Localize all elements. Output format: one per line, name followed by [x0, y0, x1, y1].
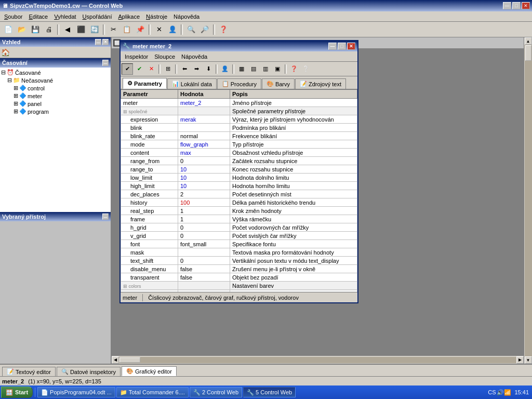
table-cell-value[interactable]: font_small — [178, 240, 230, 248]
table-cell-value[interactable]: 0 — [178, 257, 230, 265]
table-row[interactable]: range_from — [121, 157, 178, 165]
inspector-menu-napoveda[interactable]: Nápověda — [178, 52, 210, 61]
scroll-left-btn[interactable]: ◀ — [112, 356, 119, 364]
tree-necasovane[interactable]: ⊟ 📁 Nečasované — [1, 76, 110, 84]
table-cell-value[interactable]: flow_graph — [178, 140, 230, 149]
tree-panel[interactable]: ⊞ 🔷 panel — [1, 100, 110, 108]
table-row[interactable]: text_shift — [121, 257, 178, 265]
table-cell-value[interactable]: 1 — [178, 215, 230, 223]
tab-barvy[interactable]: 🎨 Barvy — [262, 78, 295, 89]
cut-button[interactable]: ✂ — [107, 24, 119, 35]
table-cell-value[interactable]: 10 — [178, 165, 230, 174]
taskbar-btn-popis[interactable]: 📄 PopisProgramu04.odt ... — [37, 387, 115, 397]
table-cell-value[interactable]: 100 — [178, 198, 230, 207]
insp-tb-table4[interactable]: ▣ — [272, 63, 283, 75]
search-button[interactable]: 🔍 — [185, 24, 197, 35]
table-row[interactable]: range_to — [121, 165, 178, 174]
table-cell-value[interactable] — [178, 248, 230, 257]
insp-tb-help2[interactable]: ❔ — [300, 63, 312, 75]
table-row[interactable]: blink_rate — [121, 132, 178, 140]
scroll-thumb[interactable] — [525, 45, 531, 61]
tree-meter[interactable]: ⊞ 🔷 meter — [1, 92, 110, 100]
inspector-menu-sloupce[interactable]: Sloupce — [151, 52, 178, 61]
tree-casovane[interactable]: ⊟ ⏰ Časované — [1, 69, 110, 76]
table-cell-value[interactable] — [178, 282, 230, 290]
forward-button[interactable]: ⬛ — [75, 24, 87, 35]
refresh-button[interactable]: 🔄 — [88, 24, 101, 35]
insp-tb-left[interactable]: ⬅ — [179, 63, 190, 75]
search2-button[interactable]: 🔎 — [198, 24, 211, 35]
inspector-menu-inspektor[interactable]: Inspektor — [122, 52, 151, 61]
table-row[interactable]: ⊞ společné — [121, 107, 178, 115]
tab-procedury[interactable]: 📋 Procedury — [217, 78, 261, 89]
scroll-up-btn[interactable]: ▲ — [525, 37, 532, 45]
open-button[interactable]: 📂 — [16, 24, 28, 35]
table-row[interactable]: mask — [121, 248, 178, 257]
table-row[interactable]: dec_places — [121, 190, 178, 198]
table-row[interactable]: frame — [121, 215, 178, 223]
print-button[interactable]: 🖨 — [43, 24, 55, 35]
insp-tb-table3[interactable]: ▥ — [260, 63, 271, 75]
scroll-down-btn[interactable]: ▼ — [525, 356, 532, 364]
table-cell-value[interactable]: normal — [178, 132, 230, 140]
table-row[interactable]: ⊞ colors — [121, 282, 178, 290]
table-row[interactable]: h_grid — [121, 223, 178, 232]
delete-button[interactable]: ✕ — [153, 24, 165, 35]
paste-button[interactable]: 📌 — [134, 24, 147, 35]
minimize-button[interactable]: — — [503, 2, 511, 9]
table-row[interactable]: high_limit — [121, 182, 178, 190]
insp-tb-x[interactable]: ✕ — [145, 63, 157, 75]
taskbar-btn-commander[interactable]: 📁 Total Commander 6.... — [116, 387, 189, 397]
tab-zdrojovy-text[interactable]: 📝 Zdrojový text — [295, 78, 346, 89]
table-cell-value[interactable]: false — [178, 273, 230, 282]
vzhled-minimize-btn[interactable]: — — [95, 39, 101, 45]
menu-aplikace[interactable]: Aplikace — [115, 12, 143, 21]
insp-tb-check2[interactable]: ✔ — [134, 63, 145, 75]
inspector-minimize-btn[interactable]: — — [328, 43, 337, 50]
table-row[interactable]: real_step — [121, 207, 178, 215]
table-row[interactable]: blink — [121, 124, 178, 132]
table-cell-value[interactable]: meter_2 — [178, 99, 230, 107]
table-row[interactable]: low_limit — [121, 174, 178, 182]
start-button[interactable]: 🪟 Start — [1, 387, 33, 398]
table-cell-value[interactable]: 2 — [178, 190, 230, 198]
taskbar-btn-cw2[interactable]: 🔧 2 Control Web — [190, 387, 242, 397]
menu-vyhledat[interactable]: Vyhledat — [51, 12, 79, 21]
tree-program[interactable]: ⊞ 🔷 program — [1, 108, 110, 115]
table-row[interactable]: transparent — [121, 273, 178, 282]
help-button[interactable]: ❓ — [217, 24, 230, 35]
taskbar-btn-cw5[interactable]: 🔧 5 Control Web — [243, 387, 296, 397]
table-cell-value[interactable]: 0 — [178, 223, 230, 232]
table-cell-value[interactable] — [178, 124, 230, 132]
new-button[interactable]: 📄 — [2, 24, 15, 35]
menu-editace[interactable]: Editace — [25, 12, 51, 21]
table-row[interactable]: history — [121, 198, 178, 207]
vybrany-minimize-btn[interactable]: — — [102, 214, 109, 220]
insp-tb-check[interactable]: ✔ — [122, 63, 133, 75]
tree-control[interactable]: ⊞ 🔷 control — [1, 84, 110, 92]
table-cell-value[interactable] — [178, 107, 230, 115]
menu-usporadani[interactable]: Uspořádání — [79, 12, 115, 21]
table-cell-value[interactable]: merak — [178, 115, 230, 124]
tab-textovy-editor[interactable]: 📝 Textový editor — [2, 367, 56, 376]
table-cell-value[interactable]: false — [178, 265, 230, 273]
back-button[interactable]: ◀ — [61, 24, 74, 35]
insp-tb-table[interactable]: ▦ — [236, 63, 247, 75]
table-row[interactable]: font — [121, 240, 178, 248]
table-row[interactable]: v_grid — [121, 232, 178, 240]
vzhled-close-btn[interactable]: ✕ — [102, 39, 109, 45]
table-row[interactable]: disable_menu — [121, 265, 178, 273]
table-row[interactable]: content — [121, 149, 178, 157]
table-cell-value[interactable]: max — [178, 149, 230, 157]
scroll-right-btn[interactable]: ▶ — [516, 356, 524, 364]
table-row[interactable]: mode — [121, 140, 178, 149]
tab-parametry[interactable]: ⚙ Parametry — [123, 78, 167, 89]
table-cell-value[interactable]: 10 — [178, 182, 230, 190]
insp-tb-user[interactable]: 👤 — [219, 63, 231, 75]
maximize-button[interactable]: □ — [512, 2, 521, 9]
tab-lokalni-data[interactable]: 📊 Lokální data — [167, 78, 217, 89]
inspector-maximize-btn[interactable]: □ — [338, 43, 346, 50]
save-button[interactable]: 💾 — [29, 24, 42, 35]
table-cell-value[interactable]: 0 — [178, 157, 230, 165]
table-cell-value[interactable]: 0 — [178, 232, 230, 240]
